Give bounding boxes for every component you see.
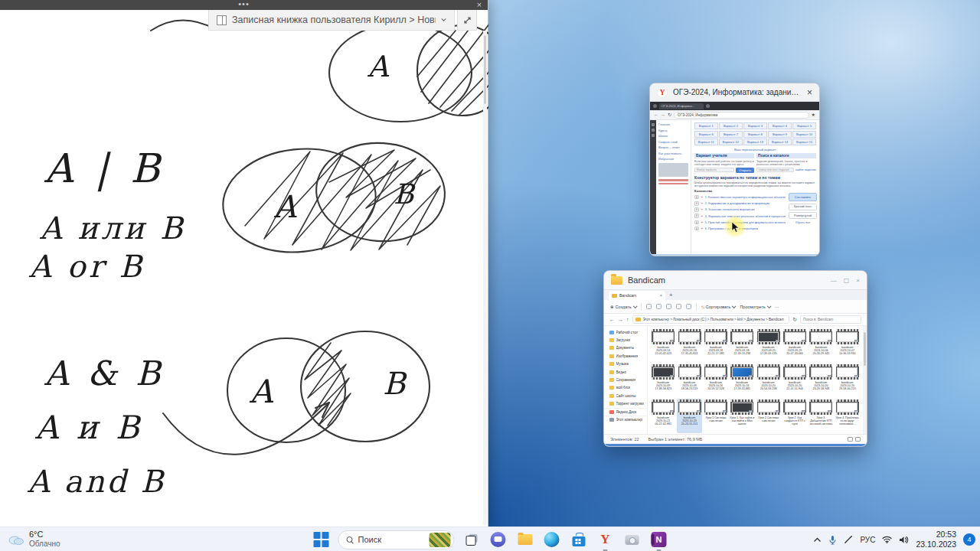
topic-plus-icon[interactable]: + bbox=[701, 195, 704, 199]
file-item[interactable]: bandicam 2023-10-20 23-29-58-948 bbox=[808, 364, 833, 398]
site-sidebar-link[interactable]: Школе bbox=[658, 134, 688, 138]
file-item[interactable]: Урок 4. Проблема, если вдруг непонимае..… bbox=[835, 399, 860, 433]
sidebar-folder-item[interactable]: Сохранения bbox=[604, 376, 647, 383]
explorer-search-input[interactable]: Поиск в: Bandicam bbox=[800, 315, 861, 324]
open-variant-button[interactable]: Открыть bbox=[736, 168, 754, 173]
sidebar-folder-item[interactable]: Документы bbox=[604, 344, 647, 352]
file-item[interactable]: Урок 1 Системы счисления bbox=[704, 399, 728, 433]
catalog-search-input[interactable]: номер или текст задания bbox=[756, 168, 794, 172]
sidebar-folder-item[interactable]: Музыка bbox=[604, 360, 647, 368]
sidebar-folder-item[interactable]: Изображения bbox=[604, 352, 647, 360]
delete-icon[interactable] bbox=[686, 304, 691, 309]
topic-count-box[interactable]: 0 bbox=[694, 227, 699, 231]
topic-count-box[interactable]: 0 bbox=[694, 201, 699, 206]
variant-link[interactable]: Вариант 7 bbox=[719, 131, 743, 138]
variant-number-input[interactable]: Номер варианта bbox=[694, 168, 734, 172]
address-bar[interactable]: ОГЭ-2024, Информатика bbox=[674, 112, 809, 119]
edge-button[interactable] bbox=[542, 530, 562, 549]
variant-link[interactable]: Вариант 10 bbox=[792, 131, 816, 138]
close-icon[interactable]: × bbox=[856, 277, 860, 284]
rename-icon[interactable] bbox=[666, 304, 671, 309]
file-item[interactable]: bandicam 2023-10-16 17-59-41-881 bbox=[730, 364, 754, 398]
sort-button[interactable]: ↑↓ Сортировать bbox=[701, 305, 736, 309]
task-view-button[interactable] bbox=[462, 530, 482, 549]
back-icon[interactable]: ← bbox=[609, 317, 615, 322]
file-item[interactable]: bandicam 2023-09-18 17-35-45-813 bbox=[677, 328, 701, 363]
file-item[interactable]: bandicam 2023-09-14 22-05-42-623 bbox=[651, 328, 675, 363]
close-tab-icon[interactable]: × bbox=[660, 293, 662, 298]
explorer-toolbar[interactable]: ⊕ Создать ↑↓ Сортировать Просмотреть ··· bbox=[604, 300, 867, 314]
bandicam-button[interactable] bbox=[622, 530, 642, 549]
topic-plus-icon[interactable]: + bbox=[701, 201, 704, 205]
browser-preview-titlebar[interactable]: Y ОГЭ-2024, Информатика: задания, ответ.… bbox=[650, 83, 819, 102]
site-sidebar-link[interactable]: Избранное bbox=[658, 157, 688, 161]
sidebar-folder-item[interactable]: Торрент загрузки bbox=[604, 400, 647, 408]
maximize-icon[interactable]: ▢ bbox=[844, 277, 850, 284]
pen-icon[interactable] bbox=[844, 535, 853, 544]
topic-count-box[interactable]: 0 bbox=[694, 207, 699, 212]
expand-window-button[interactable] bbox=[457, 10, 477, 31]
close-icon[interactable]: × bbox=[807, 87, 812, 98]
file-item[interactable]: Урок 1. Как найти и как войти в Моя школ… bbox=[730, 399, 754, 433]
personal-variant-link[interactable]: Ваш персональный вариант bbox=[694, 148, 816, 152]
file-item[interactable]: bandicam 2023-10-20 22-41-51-904 bbox=[782, 364, 807, 398]
site-sidebar-link[interactable]: Курсы bbox=[658, 129, 688, 132]
notebook-breadcrumb[interactable]: Записная книжка пользователя Кирилл > Но… bbox=[208, 10, 455, 31]
variant-link[interactable]: Вариант 6 bbox=[694, 131, 718, 138]
site-sidebar-link[interactable]: Создать свой bbox=[658, 140, 688, 144]
wifi-icon[interactable] bbox=[882, 536, 892, 543]
browser-preview-window[interactable]: Y ОГЭ-2024, Информатика: задания, ответ.… bbox=[649, 83, 820, 256]
file-item[interactable]: bandicam 2023-10-20 23-58-40-213 bbox=[835, 364, 860, 398]
chat-button[interactable] bbox=[488, 530, 508, 549]
variant-link[interactable]: Вариант 2 bbox=[719, 122, 743, 129]
scrollbar[interactable] bbox=[483, 31, 487, 525]
expanded-plan-button[interactable]: Развёрнутый bbox=[789, 212, 817, 219]
sidebar-folder-item[interactable]: Видео bbox=[604, 368, 647, 376]
minimize-icon[interactable]: — bbox=[831, 277, 837, 284]
file-explorer-button[interactable] bbox=[515, 530, 535, 549]
start-button[interactable] bbox=[312, 530, 332, 549]
back-icon[interactable]: ← bbox=[654, 112, 658, 117]
sidebar-folder-item[interactable]: Загрузки bbox=[604, 336, 647, 344]
short-plan-button[interactable]: Краткий план bbox=[789, 204, 817, 210]
browser-tab[interactable]: ОГЭ-2024, Информат... bbox=[659, 103, 704, 109]
variant-link[interactable]: Вариант 15 bbox=[792, 139, 816, 145]
explorer-tabstrip[interactable]: Bandicam × + bbox=[604, 290, 867, 300]
forward-icon[interactable]: → bbox=[618, 317, 623, 322]
drag-handle-icon[interactable]: ••• bbox=[238, 0, 250, 8]
variant-link[interactable]: Вариант 1 bbox=[694, 122, 718, 129]
file-item[interactable]: bandicam 2023-10-07 10-36-59-930 bbox=[835, 328, 860, 363]
topic-count-box[interactable]: 0 bbox=[694, 220, 699, 225]
scrollbar[interactable] bbox=[863, 326, 867, 434]
microphone-icon[interactable] bbox=[828, 535, 837, 545]
browser-navbar[interactable]: ← → ↻ ОГЭ-2024, Информатика ★ bbox=[650, 110, 819, 120]
onenote-titlebar[interactable]: ••• × bbox=[0, 0, 488, 10]
file-item[interactable]: bandicam 2023-10-23 20-24-55-151 bbox=[677, 399, 701, 433]
clock[interactable]: 20:53 23.10.2023 bbox=[916, 530, 956, 549]
store-button[interactable] bbox=[569, 530, 589, 549]
forward-icon[interactable]: → bbox=[661, 112, 665, 117]
notification-badge[interactable]: 4 bbox=[963, 533, 975, 546]
variant-link[interactable]: Вариант 13 bbox=[743, 139, 767, 145]
sidebar-folder-item[interactable]: Этот компьютер bbox=[604, 416, 647, 423]
sidebar-folder-item[interactable]: Яндекс.Диск bbox=[604, 408, 647, 416]
file-item[interactable]: Урок 3. Добавление КТП из своей системы bbox=[808, 399, 833, 433]
close-icon[interactable]: × bbox=[474, 0, 485, 10]
topic-row[interactable]: 0 + 1. Количественные параметры информац… bbox=[694, 194, 786, 201]
file-item[interactable]: bandicam 2023-10-16 16-59-52-528 bbox=[704, 364, 728, 398]
topic-count-box[interactable]: 0 bbox=[694, 195, 699, 200]
bookmark-icon[interactable]: ★ bbox=[812, 112, 815, 117]
find-task-link[interactable]: найти задание bbox=[795, 168, 816, 171]
taskbar-search[interactable]: Поиск bbox=[338, 530, 455, 549]
copy-icon[interactable] bbox=[656, 304, 662, 309]
site-sidebar-link[interactable]: Как участвовать bbox=[658, 152, 688, 155]
topic-row[interactable]: 0 + 2. Кодирование и декодирование инфор… bbox=[694, 201, 786, 207]
speaker-icon[interactable] bbox=[899, 536, 909, 544]
variant-link[interactable]: Вариант 8 bbox=[743, 131, 767, 138]
site-sidebar-link[interactable]: Вопрос – ответ bbox=[658, 145, 688, 149]
tray-chevron-up-icon[interactable] bbox=[813, 537, 822, 543]
topic-link[interactable]: 2. Кодирование и декодирование информаци… bbox=[705, 201, 770, 205]
clear-all-link[interactable]: Убрать всё bbox=[789, 221, 817, 224]
up-icon[interactable]: ↑ bbox=[626, 317, 629, 322]
cut-icon[interactable] bbox=[646, 304, 652, 309]
